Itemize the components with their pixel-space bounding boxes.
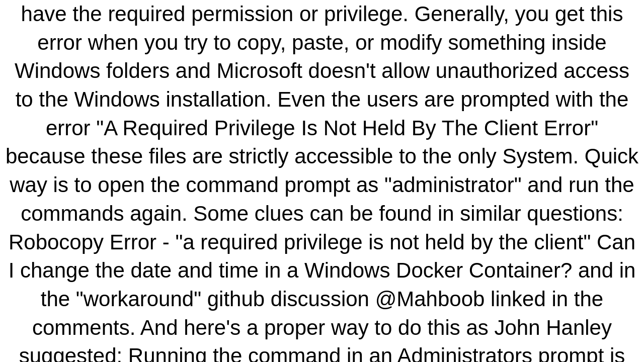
content-container: have the required permission or privileg…	[0, 0, 644, 362]
main-paragraph: have the required permission or privileg…	[5, 0, 639, 362]
